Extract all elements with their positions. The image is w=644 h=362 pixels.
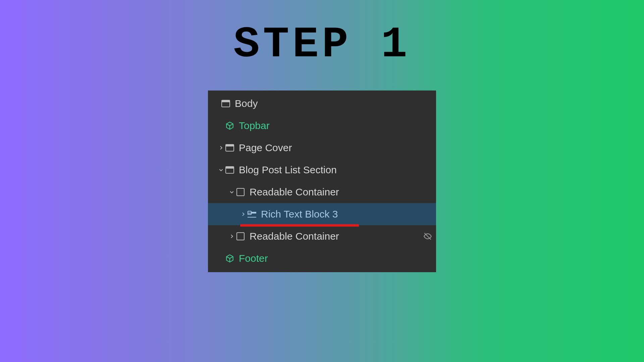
component-cube-icon [225,121,235,131]
tree-item-page-cover[interactable]: Page Cover [208,137,436,159]
section-icon [225,143,235,153]
tree-label: Rich Text Block 3 [261,208,419,220]
tree-item-blog-section[interactable]: Blog Post List Section [208,159,436,181]
tree-item-topbar[interactable]: Topbar [208,115,436,137]
tree-label: Footer [239,253,419,264]
container-icon [235,231,246,241]
navigator-panel: Body Topbar Page Cover Blog Post List Se… [208,90,436,272]
tree-item-readable-container-1[interactable]: Readable Container [208,181,436,203]
tree-label: Body [235,98,419,109]
chevron-down-icon[interactable] [217,167,225,173]
chevron-down-icon[interactable] [228,189,235,195]
tree-label: Blog Post List Section [239,164,419,176]
tree-item-body[interactable]: Body [208,93,436,115]
chevron-right-icon[interactable] [217,145,225,150]
tree-item-rich-text-block-3[interactable]: Rich Text Block 3 [208,203,436,225]
tree-label: Topbar [239,120,419,131]
container-icon [235,187,246,197]
section-icon [225,165,235,175]
section-icon [221,99,231,109]
chevron-right-icon[interactable] [239,212,247,217]
tree-label: Readable Container [250,231,419,242]
rich-text-icon [247,209,257,219]
step-title: STEP 1 [233,20,411,69]
tree-item-footer[interactable]: Footer [208,247,436,269]
component-cube-icon [225,253,235,263]
chevron-right-icon[interactable] [228,234,235,239]
tree-label: Page Cover [239,142,419,154]
visibility-off-icon[interactable] [419,232,436,241]
tree-item-readable-container-2[interactable]: Readable Container [208,225,436,247]
tree-label: Readable Container [250,186,419,198]
